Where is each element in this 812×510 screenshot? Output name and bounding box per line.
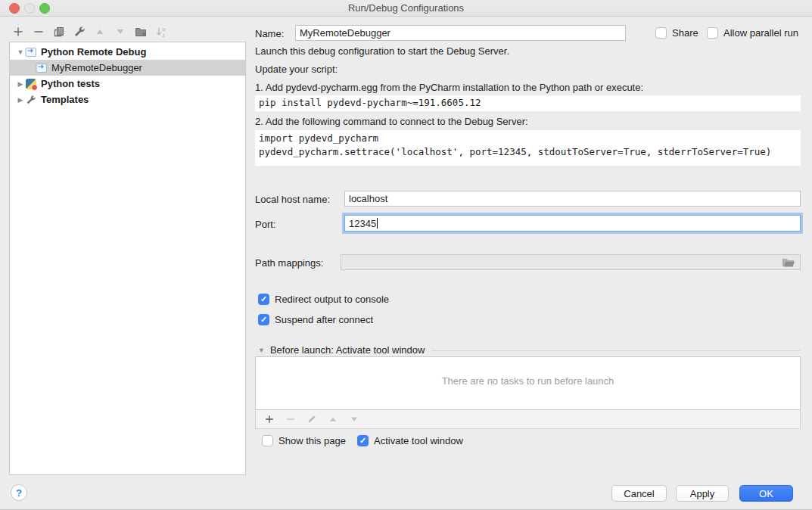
redirect-output-label: Redirect output to console	[275, 294, 389, 305]
port-label: Port:	[255, 219, 275, 230]
suspend-after-connect-row: Suspend after connect	[258, 314, 373, 325]
code-line-1: import pydevd_pycharm	[259, 132, 378, 144]
show-this-page-checkbox[interactable]	[262, 435, 273, 446]
activate-tool-window-row: Activate tool window	[357, 435, 463, 446]
activate-tool-window-checkbox[interactable]	[357, 435, 369, 446]
share-label: Share	[672, 27, 698, 39]
tree-item-templates[interactable]: Templates	[10, 92, 245, 107]
edit-defaults-wrench-icon[interactable]	[73, 26, 86, 38]
sort-alphabetically-icon: a z	[155, 26, 167, 38]
move-down-icon	[114, 26, 126, 38]
chevron-down-icon[interactable]	[16, 48, 25, 56]
redirect-output-row: Redirect output to console	[258, 294, 389, 305]
run-debug-configurations-dialog: Run/Debug Configurations a z	[0, 0, 812, 510]
move-task-up-icon	[327, 413, 339, 425]
tree-item-label: Templates	[41, 94, 89, 105]
before-launch-toolbar	[255, 410, 801, 429]
step1-text: 1. Add pydevd-pycharm.egg from the PyCha…	[255, 82, 643, 93]
path-mappings-input[interactable]	[341, 254, 801, 270]
section-separator	[431, 350, 801, 351]
name-input[interactable]	[295, 25, 626, 41]
settrace-code-block: import pydevd_pycharmpydevd_pycharm.sett…	[255, 130, 801, 166]
allow-parallel-run-checkbox[interactable]	[707, 27, 718, 39]
path-mappings-label: Path mappings:	[255, 257, 323, 269]
name-label: Name:	[255, 28, 284, 39]
before-launch-task-list: There are no tasks to run before launch	[255, 356, 801, 410]
remote-debug-config-icon	[25, 47, 37, 58]
port-value: 12345	[349, 218, 376, 229]
before-launch-title: Before launch: Activate tool window	[270, 344, 425, 356]
update-script-text: Update your script:	[255, 64, 338, 75]
browse-folder-icon[interactable]	[782, 257, 795, 268]
cancel-button[interactable]: Cancel	[611, 485, 667, 502]
python-tests-icon	[26, 79, 36, 89]
svg-text:a: a	[163, 26, 166, 32]
before-launch-section-header[interactable]: Before launch: Activate tool window	[258, 344, 425, 356]
tree-item-label: Python Remote Debug	[41, 46, 146, 58]
allow-parallel-run-label: Allow parallel run	[723, 27, 798, 39]
text-caret	[377, 218, 378, 229]
title-bar: Run/Debug Configurations	[0, 0, 812, 17]
allow-parallel-run-checkbox-row: Allow parallel run	[707, 27, 798, 39]
local-host-name-input[interactable]	[344, 191, 801, 207]
chevron-right-icon[interactable]	[16, 80, 25, 88]
no-tasks-text: There are no tasks to run before launch	[256, 375, 800, 387]
tree-item-python-tests[interactable]: Python tests	[10, 76, 245, 92]
remove-configuration-icon[interactable]	[33, 26, 45, 38]
share-checkbox-row: Share	[655, 27, 698, 39]
share-checkbox[interactable]	[655, 27, 667, 39]
pip-install-code-block: pip install pydevd-pycharm~=191.6605.12	[255, 95, 801, 111]
add-configuration-icon[interactable]	[12, 26, 24, 38]
tree-item-label: Python tests	[41, 78, 100, 89]
tree-item-label: MyRemoteDebugger	[51, 62, 142, 73]
new-folder-icon[interactable]	[135, 26, 147, 38]
port-input[interactable]: 12345	[344, 215, 801, 232]
window-title: Run/Debug Configurations	[0, 2, 812, 14]
remove-task-icon	[285, 413, 297, 425]
step2-text: 2. Add the following command to connect …	[255, 116, 528, 127]
templates-wrench-icon	[25, 95, 37, 105]
intro-text: Launch this debug configuration to start…	[255, 45, 509, 57]
show-this-page-row: Show this page	[262, 435, 346, 446]
configurations-toolbar: a z	[12, 24, 167, 39]
copy-configuration-icon[interactable]	[53, 26, 65, 38]
remote-debug-config-icon	[36, 63, 48, 73]
tree-item-python-remote-debug[interactable]: Python Remote Debug	[10, 44, 245, 60]
move-task-down-icon	[348, 413, 360, 425]
ok-button[interactable]: OK	[739, 485, 793, 502]
chevron-down-icon	[258, 347, 265, 354]
local-host-name-label: Local host name:	[255, 194, 330, 205]
configurations-tree: Python Remote Debug MyRemoteDebugger Pyt…	[9, 42, 246, 475]
show-this-page-label: Show this page	[278, 435, 346, 446]
activate-tool-window-label: Activate tool window	[374, 435, 463, 446]
add-task-icon[interactable]	[263, 413, 275, 425]
suspend-after-connect-checkbox[interactable]	[258, 314, 269, 325]
help-button[interactable]: ?	[11, 484, 27, 501]
edit-task-pencil-icon	[306, 413, 318, 425]
tree-item-myremotedebugger[interactable]: MyRemoteDebugger	[10, 60, 245, 76]
redirect-output-checkbox[interactable]	[258, 294, 269, 305]
svg-text:z: z	[163, 33, 166, 38]
move-up-icon	[94, 26, 106, 38]
suspend-after-connect-label: Suspend after connect	[275, 314, 373, 325]
code-line-2: pydevd_pycharm.settrace('localhost', por…	[259, 146, 771, 157]
apply-button[interactable]: Apply	[676, 485, 729, 502]
chevron-right-icon[interactable]	[16, 96, 25, 104]
